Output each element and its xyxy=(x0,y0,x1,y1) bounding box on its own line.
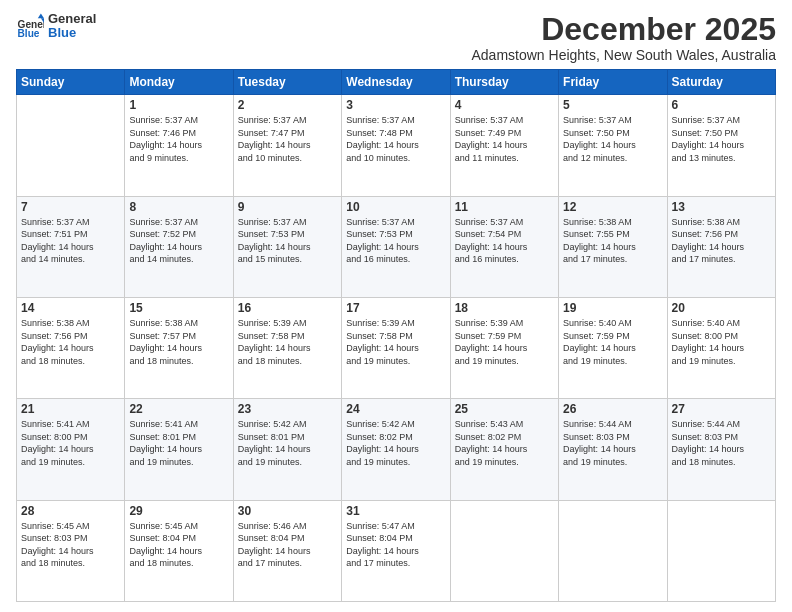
day-info: Sunrise: 5:40 AM Sunset: 7:59 PM Dayligh… xyxy=(563,317,662,367)
day-info: Sunrise: 5:44 AM Sunset: 8:03 PM Dayligh… xyxy=(672,418,771,468)
day-number: 26 xyxy=(563,402,662,416)
day-info: Sunrise: 5:39 AM Sunset: 7:59 PM Dayligh… xyxy=(455,317,554,367)
day-number: 29 xyxy=(129,504,228,518)
calendar-cell: 17Sunrise: 5:39 AM Sunset: 7:58 PM Dayli… xyxy=(342,297,450,398)
title-block: December 2025 Adamstown Heights, New Sou… xyxy=(471,12,776,63)
calendar-cell: 3Sunrise: 5:37 AM Sunset: 7:48 PM Daylig… xyxy=(342,95,450,196)
calendar-cell: 14Sunrise: 5:38 AM Sunset: 7:56 PM Dayli… xyxy=(17,297,125,398)
day-number: 8 xyxy=(129,200,228,214)
day-info: Sunrise: 5:37 AM Sunset: 7:46 PM Dayligh… xyxy=(129,114,228,164)
col-wednesday: Wednesday xyxy=(342,70,450,95)
day-info: Sunrise: 5:37 AM Sunset: 7:53 PM Dayligh… xyxy=(346,216,445,266)
day-info: Sunrise: 5:39 AM Sunset: 7:58 PM Dayligh… xyxy=(346,317,445,367)
day-info: Sunrise: 5:37 AM Sunset: 7:50 PM Dayligh… xyxy=(563,114,662,164)
day-info: Sunrise: 5:37 AM Sunset: 7:47 PM Dayligh… xyxy=(238,114,337,164)
day-number: 10 xyxy=(346,200,445,214)
day-number: 21 xyxy=(21,402,120,416)
day-number: 2 xyxy=(238,98,337,112)
calendar-week-1: 1Sunrise: 5:37 AM Sunset: 7:46 PM Daylig… xyxy=(17,95,776,196)
col-sunday: Sunday xyxy=(17,70,125,95)
day-number: 24 xyxy=(346,402,445,416)
day-info: Sunrise: 5:41 AM Sunset: 8:00 PM Dayligh… xyxy=(21,418,120,468)
calendar-cell: 6Sunrise: 5:37 AM Sunset: 7:50 PM Daylig… xyxy=(667,95,775,196)
calendar-cell: 19Sunrise: 5:40 AM Sunset: 7:59 PM Dayli… xyxy=(559,297,667,398)
calendar-cell: 22Sunrise: 5:41 AM Sunset: 8:01 PM Dayli… xyxy=(125,399,233,500)
day-info: Sunrise: 5:37 AM Sunset: 7:49 PM Dayligh… xyxy=(455,114,554,164)
day-number: 9 xyxy=(238,200,337,214)
day-info: Sunrise: 5:42 AM Sunset: 8:01 PM Dayligh… xyxy=(238,418,337,468)
col-saturday: Saturday xyxy=(667,70,775,95)
day-number: 27 xyxy=(672,402,771,416)
calendar-cell: 18Sunrise: 5:39 AM Sunset: 7:59 PM Dayli… xyxy=(450,297,558,398)
calendar-cell: 5Sunrise: 5:37 AM Sunset: 7:50 PM Daylig… xyxy=(559,95,667,196)
day-info: Sunrise: 5:47 AM Sunset: 8:04 PM Dayligh… xyxy=(346,520,445,570)
calendar-cell: 23Sunrise: 5:42 AM Sunset: 8:01 PM Dayli… xyxy=(233,399,341,500)
logo: General Blue General Blue xyxy=(16,12,96,41)
calendar-cell xyxy=(667,500,775,601)
day-info: Sunrise: 5:45 AM Sunset: 8:03 PM Dayligh… xyxy=(21,520,120,570)
calendar-cell: 16Sunrise: 5:39 AM Sunset: 7:58 PM Dayli… xyxy=(233,297,341,398)
logo-general: General xyxy=(48,12,96,26)
day-info: Sunrise: 5:37 AM Sunset: 7:50 PM Dayligh… xyxy=(672,114,771,164)
day-number: 31 xyxy=(346,504,445,518)
calendar-cell: 25Sunrise: 5:43 AM Sunset: 8:02 PM Dayli… xyxy=(450,399,558,500)
day-number: 17 xyxy=(346,301,445,315)
day-number: 16 xyxy=(238,301,337,315)
svg-marker-2 xyxy=(38,14,44,19)
day-info: Sunrise: 5:37 AM Sunset: 7:48 PM Dayligh… xyxy=(346,114,445,164)
day-number: 3 xyxy=(346,98,445,112)
day-info: Sunrise: 5:40 AM Sunset: 8:00 PM Dayligh… xyxy=(672,317,771,367)
day-number: 20 xyxy=(672,301,771,315)
day-info: Sunrise: 5:41 AM Sunset: 8:01 PM Dayligh… xyxy=(129,418,228,468)
day-number: 22 xyxy=(129,402,228,416)
day-number: 5 xyxy=(563,98,662,112)
day-info: Sunrise: 5:43 AM Sunset: 8:02 PM Dayligh… xyxy=(455,418,554,468)
day-info: Sunrise: 5:38 AM Sunset: 7:55 PM Dayligh… xyxy=(563,216,662,266)
day-info: Sunrise: 5:37 AM Sunset: 7:51 PM Dayligh… xyxy=(21,216,120,266)
calendar-cell: 24Sunrise: 5:42 AM Sunset: 8:02 PM Dayli… xyxy=(342,399,450,500)
calendar-cell xyxy=(17,95,125,196)
calendar-cell: 15Sunrise: 5:38 AM Sunset: 7:57 PM Dayli… xyxy=(125,297,233,398)
calendar-table: Sunday Monday Tuesday Wednesday Thursday… xyxy=(16,69,776,602)
day-info: Sunrise: 5:46 AM Sunset: 8:04 PM Dayligh… xyxy=(238,520,337,570)
day-number: 12 xyxy=(563,200,662,214)
calendar-cell: 21Sunrise: 5:41 AM Sunset: 8:00 PM Dayli… xyxy=(17,399,125,500)
day-info: Sunrise: 5:37 AM Sunset: 7:54 PM Dayligh… xyxy=(455,216,554,266)
day-info: Sunrise: 5:38 AM Sunset: 7:56 PM Dayligh… xyxy=(672,216,771,266)
col-monday: Monday xyxy=(125,70,233,95)
day-number: 4 xyxy=(455,98,554,112)
calendar-cell: 4Sunrise: 5:37 AM Sunset: 7:49 PM Daylig… xyxy=(450,95,558,196)
calendar-cell: 10Sunrise: 5:37 AM Sunset: 7:53 PM Dayli… xyxy=(342,196,450,297)
day-number: 14 xyxy=(21,301,120,315)
calendar-week-4: 21Sunrise: 5:41 AM Sunset: 8:00 PM Dayli… xyxy=(17,399,776,500)
calendar-cell: 13Sunrise: 5:38 AM Sunset: 7:56 PM Dayli… xyxy=(667,196,775,297)
calendar-cell: 31Sunrise: 5:47 AM Sunset: 8:04 PM Dayli… xyxy=(342,500,450,601)
month-title: December 2025 xyxy=(471,12,776,47)
day-number: 23 xyxy=(238,402,337,416)
col-tuesday: Tuesday xyxy=(233,70,341,95)
calendar-cell: 26Sunrise: 5:44 AM Sunset: 8:03 PM Dayli… xyxy=(559,399,667,500)
calendar-cell xyxy=(559,500,667,601)
day-number: 1 xyxy=(129,98,228,112)
day-number: 30 xyxy=(238,504,337,518)
calendar-cell: 8Sunrise: 5:37 AM Sunset: 7:52 PM Daylig… xyxy=(125,196,233,297)
location-subtitle: Adamstown Heights, New South Wales, Aust… xyxy=(471,47,776,63)
day-info: Sunrise: 5:45 AM Sunset: 8:04 PM Dayligh… xyxy=(129,520,228,570)
calendar-cell: 1Sunrise: 5:37 AM Sunset: 7:46 PM Daylig… xyxy=(125,95,233,196)
logo-icon: General Blue xyxy=(16,12,44,40)
day-info: Sunrise: 5:42 AM Sunset: 8:02 PM Dayligh… xyxy=(346,418,445,468)
day-info: Sunrise: 5:39 AM Sunset: 7:58 PM Dayligh… xyxy=(238,317,337,367)
calendar-cell xyxy=(450,500,558,601)
calendar-cell: 20Sunrise: 5:40 AM Sunset: 8:00 PM Dayli… xyxy=(667,297,775,398)
day-number: 7 xyxy=(21,200,120,214)
day-info: Sunrise: 5:37 AM Sunset: 7:52 PM Dayligh… xyxy=(129,216,228,266)
day-number: 11 xyxy=(455,200,554,214)
calendar-cell: 29Sunrise: 5:45 AM Sunset: 8:04 PM Dayli… xyxy=(125,500,233,601)
calendar-cell: 30Sunrise: 5:46 AM Sunset: 8:04 PM Dayli… xyxy=(233,500,341,601)
day-number: 19 xyxy=(563,301,662,315)
day-number: 6 xyxy=(672,98,771,112)
day-number: 28 xyxy=(21,504,120,518)
calendar-header-row: Sunday Monday Tuesday Wednesday Thursday… xyxy=(17,70,776,95)
day-number: 18 xyxy=(455,301,554,315)
day-info: Sunrise: 5:38 AM Sunset: 7:57 PM Dayligh… xyxy=(129,317,228,367)
